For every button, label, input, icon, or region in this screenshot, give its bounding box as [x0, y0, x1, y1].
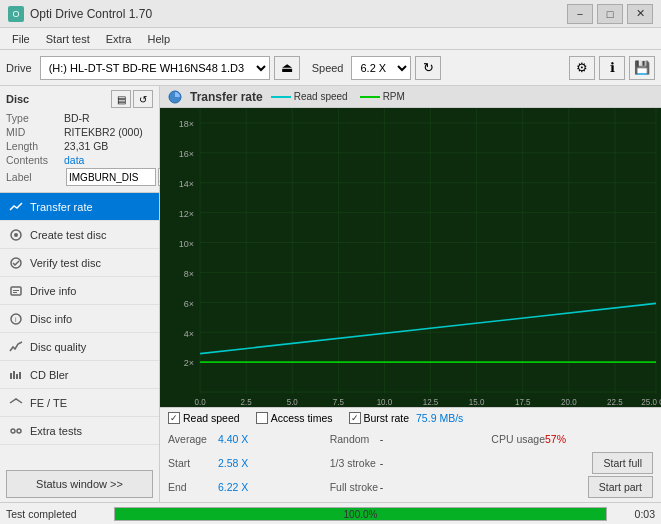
checkbox-access-times[interactable]: Access times: [256, 412, 333, 424]
svg-text:20.0: 20.0: [561, 398, 577, 407]
disc-mid-label: MID: [6, 126, 64, 138]
end-value: 6.22 X: [218, 481, 258, 493]
window-controls: − □ ✕: [567, 4, 653, 24]
drive-select[interactable]: (H:) HL-DT-ST BD-RE WH16NS48 1.D3: [40, 56, 270, 80]
start-full-button[interactable]: Start full: [592, 452, 653, 474]
nav-cd-bler[interactable]: CD Bler: [0, 361, 159, 389]
svg-text:18×: 18×: [179, 119, 194, 129]
chart-svg: 18× 16× 14× 12× 10× 8× 6× 4× 2× 0.0 2.5 …: [160, 108, 661, 407]
speed-label: Speed: [312, 62, 344, 74]
stats-row-average: Average 4.40 X: [168, 428, 330, 450]
right-panel: Transfer rate Read speed RPM: [160, 86, 661, 502]
settings-button[interactable]: ⚙: [569, 56, 595, 80]
legend-rpm: RPM: [360, 91, 405, 102]
stats-checkboxes: ✓ Read speed Access times ✓ Burst rate 7…: [168, 412, 653, 424]
nav-fe-te[interactable]: FE / TE: [0, 389, 159, 417]
legend-read-speed: Read speed: [271, 91, 348, 102]
svg-rect-10: [16, 374, 18, 379]
menu-start-test[interactable]: Start test: [38, 31, 98, 47]
svg-text:0.0: 0.0: [195, 398, 207, 407]
stats-row-random: Random -: [330, 428, 492, 450]
disc-icon-btn2[interactable]: ↺: [133, 90, 153, 108]
svg-text:2.5: 2.5: [241, 398, 253, 407]
disc-icon-btn1[interactable]: ▤: [111, 90, 131, 108]
extra-tests-icon: [8, 423, 24, 439]
menu-file[interactable]: File: [4, 31, 38, 47]
close-button[interactable]: ✕: [627, 4, 653, 24]
status-text: Test completed: [6, 508, 106, 520]
nav-transfer-rate[interactable]: Transfer rate: [0, 193, 159, 221]
start-label: Start: [168, 457, 218, 469]
stats-row-start: Start 2.58 X: [168, 452, 330, 474]
disc-length-value: 23,31 GB: [64, 140, 108, 152]
nav-disc-quality[interactable]: Disc quality: [0, 333, 159, 361]
cd-bler-icon: [8, 367, 24, 383]
menu-help[interactable]: Help: [139, 31, 178, 47]
nav-drive-info[interactable]: Drive info: [0, 277, 159, 305]
maximize-button[interactable]: □: [597, 4, 623, 24]
checkbox-burst-rate[interactable]: ✓ Burst rate 75.9 MB/s: [349, 412, 464, 424]
disc-contents-value[interactable]: data: [64, 154, 84, 166]
nav-create-test-disc[interactable]: Create test disc: [0, 221, 159, 249]
nav-verify-test-disc-label: Verify test disc: [30, 257, 101, 269]
nav-disc-info-label: Disc info: [30, 313, 72, 325]
checkbox-burst-rate-box: ✓: [349, 412, 361, 424]
chart-legend: Read speed RPM: [271, 91, 405, 102]
main-content: Disc ▤ ↺ Type BD-R MID RITEKBR2 (000) Le…: [0, 86, 661, 502]
nav-extra-tests[interactable]: Extra tests: [0, 417, 159, 445]
progress-text: 100.0%: [115, 508, 606, 522]
start-value: 2.58 X: [218, 457, 258, 469]
svg-text:12.5: 12.5: [423, 398, 439, 407]
disc-type-value: BD-R: [64, 112, 90, 124]
checkbox-read-speed[interactable]: ✓ Read speed: [168, 412, 240, 424]
cpu-usage-value: 57%: [545, 433, 585, 445]
status-window-button[interactable]: Status window >>: [6, 470, 153, 498]
info-button[interactable]: ℹ: [599, 56, 625, 80]
nav-cd-bler-label: CD Bler: [30, 369, 69, 381]
legend-rpm-color: [360, 96, 380, 98]
disc-contents-label: Contents: [6, 154, 64, 166]
svg-rect-5: [13, 292, 17, 293]
disc-header: Disc: [6, 93, 29, 105]
svg-point-13: [17, 429, 21, 433]
nav-verify-test-disc[interactable]: Verify test disc: [0, 249, 159, 277]
nav-disc-info[interactable]: i Disc info: [0, 305, 159, 333]
refresh-button[interactable]: ↻: [415, 56, 441, 80]
checkbox-access-times-box: [256, 412, 268, 424]
svg-text:7.5: 7.5: [333, 398, 345, 407]
disc-label-input[interactable]: [66, 168, 156, 186]
svg-text:8×: 8×: [184, 268, 194, 278]
disc-info-icon: i: [8, 311, 24, 327]
nav-drive-info-label: Drive info: [30, 285, 76, 297]
full-stroke-value: -: [380, 481, 420, 493]
stats-row-start-full: Start full: [491, 452, 653, 474]
minimize-button[interactable]: −: [567, 4, 593, 24]
disc-panel: Disc ▤ ↺ Type BD-R MID RITEKBR2 (000) Le…: [0, 86, 159, 193]
average-value: 4.40 X: [218, 433, 258, 445]
svg-text:2×: 2×: [184, 358, 194, 368]
burst-rate-value: 75.9 MB/s: [416, 412, 463, 424]
svg-text:16×: 16×: [179, 149, 194, 159]
stats-row-full-stroke: Full stroke -: [330, 476, 492, 498]
save-button[interactable]: 💾: [629, 56, 655, 80]
disc-quality-icon: [8, 339, 24, 355]
stats-row-end: End 6.22 X: [168, 476, 330, 498]
app-title: Opti Drive Control 1.70: [30, 7, 152, 21]
svg-text:14×: 14×: [179, 179, 194, 189]
title-bar: O Opti Drive Control 1.70 − □ ✕: [0, 0, 661, 28]
speed-select[interactable]: 6.2 X: [351, 56, 411, 80]
checkbox-read-speed-box: ✓: [168, 412, 180, 424]
start-part-button[interactable]: Start part: [588, 476, 653, 498]
svg-text:12×: 12×: [179, 209, 194, 219]
nav-transfer-rate-label: Transfer rate: [30, 201, 93, 213]
sidebar: Disc ▤ ↺ Type BD-R MID RITEKBR2 (000) Le…: [0, 86, 160, 502]
eject-button[interactable]: ⏏: [274, 56, 300, 80]
menu-extra[interactable]: Extra: [98, 31, 140, 47]
stats-rows: Average 4.40 X Random - CPU usage 57% St…: [168, 428, 653, 498]
end-label: End: [168, 481, 218, 493]
svg-text:22.5: 22.5: [607, 398, 623, 407]
transfer-rate-icon: [8, 199, 24, 215]
stroke-value: -: [380, 457, 420, 469]
stats-row-cpu: CPU usage 57%: [491, 428, 653, 450]
svg-text:6×: 6×: [184, 298, 194, 308]
